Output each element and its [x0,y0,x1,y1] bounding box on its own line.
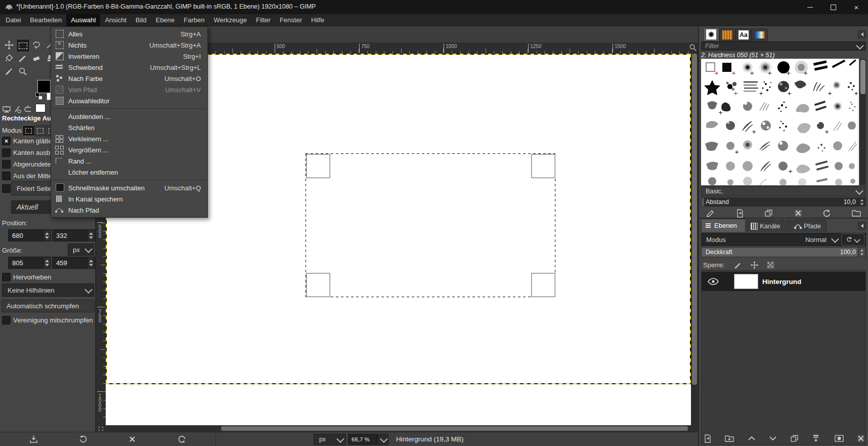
layer-row-hintergrund[interactable]: Hintergrund [702,272,865,291]
antialias-checkbox[interactable]: × [2,137,11,145]
menu-bearbeiten[interactable]: Bearbeiten [25,14,66,26]
tab-brushes[interactable] [703,27,719,42]
menu-hilfe[interactable]: Hilfe [307,14,329,26]
horizontal-scrollbar-thumb[interactable] [221,426,688,431]
layer-name[interactable]: Hintergrund [762,278,801,286]
navigation-button[interactable] [691,425,698,432]
opacity-spinner[interactable] [858,248,865,257]
lock-pixels-icon[interactable] [734,261,742,269]
size-height-field[interactable]: 459 [52,257,95,269]
menu-farben[interactable]: Farben [179,14,209,26]
zoom-combo-button[interactable] [377,434,388,445]
raise-layer-icon[interactable] [748,435,756,441]
merge-down-icon[interactable] [812,434,821,443]
menu-item-rand[interactable]: Rand ... [51,155,207,167]
free-select-tool-button[interactable] [30,39,42,51]
menu-bild[interactable]: Bild [131,14,151,26]
size-width-field[interactable]: 805 [8,257,51,269]
layers-menu-button[interactable] [858,222,866,230]
menu-item-loecher-entfernen[interactable]: Löcher entfernen [51,167,207,178]
position-y-spinner[interactable] [87,230,95,241]
tab-fonts[interactable]: Aa [735,28,752,42]
position-x-field[interactable]: 680 [8,229,51,241]
eye-icon[interactable] [708,278,719,285]
menu-item-ausblenden[interactable]: Ausblenden ... [51,111,207,122]
vertical-scrollbar[interactable] [691,43,698,432]
bucket-fill-tool-button[interactable] [3,52,15,64]
add-mask-icon[interactable] [835,434,844,442]
maximize-button[interactable] [821,0,845,14]
menu-ansicht[interactable]: Ansicht [100,14,131,26]
size-height-spinner[interactable] [87,257,95,268]
brush-group-combo[interactable]: Basic, [701,186,866,196]
duplicate-brush-icon[interactable] [764,209,773,218]
feather-checkbox[interactable] [2,148,11,157]
layer-opacity-slider[interactable]: Deckkraft 100,0 [701,247,866,257]
menu-filter[interactable]: Filter [251,14,275,26]
tab-gradients[interactable] [752,28,768,42]
minimize-button[interactable] [798,0,821,14]
menu-item-alles[interactable]: Alles Strg+A [51,28,207,39]
restore-tool-preset-button[interactable] [77,434,89,445]
menu-item-schnellmaske[interactable]: Schnellmaske umschalten Umschalt+Q [51,182,207,193]
brush-grid-scrollbar-thumb[interactable] [860,60,865,94]
tool-info-icon[interactable] [14,105,22,113]
zoom-tool-button[interactable] [16,65,29,77]
menu-item-nach-pfad[interactable]: Nach Pfad [51,205,207,216]
menu-datei[interactable]: Datei [1,14,25,26]
tab-kanaele[interactable]: Kanäle [747,220,789,232]
tab-ebenen[interactable]: Ebenen [701,219,746,232]
selection-handle-top-right[interactable] [531,154,555,178]
selection-handle-top-left[interactable] [306,154,330,178]
lower-layer-icon[interactable] [769,435,777,441]
edit-brush-icon[interactable] [706,209,715,218]
undo-history-icon[interactable] [24,105,32,113]
brushes-menu-button[interactable] [858,30,866,38]
tab-pfade[interactable]: Pfade [790,220,827,232]
menu-item-vergroessern[interactable]: Vergrößern ... [51,144,207,155]
image-thumbnail-swatch[interactable] [35,104,46,112]
menu-item-vom-pfad[interactable]: Vom Pfad Umschalt+V [51,84,207,95]
mode-group-button[interactable] [841,233,864,246]
reset-tool-options-button[interactable] [176,434,187,445]
close-button[interactable]: × [845,0,868,14]
shrink-merged-checkbox[interactable] [2,316,11,325]
tab-patterns[interactable] [719,28,735,42]
delete-tool-preset-button[interactable] [127,434,138,445]
position-y-field[interactable]: 332 [52,229,95,241]
easel-icon[interactable] [2,105,11,113]
new-layer-icon[interactable] [703,434,712,443]
brush-grid[interactable]: ++++++++++++++++ [701,59,859,185]
rounded-corners-checkbox[interactable] [2,160,11,169]
paintbrush-tool-button[interactable] [16,52,29,64]
menu-item-schaerfen[interactable]: Schärfen [51,122,207,133]
brush-spacing-slider[interactable]: Abstand 10,0 [701,197,866,207]
menu-item-invertieren[interactable]: Invertieren Strg+I [51,51,207,62]
menu-auswahl[interactable]: Auswahl [66,14,100,26]
mode-add-button[interactable] [34,125,46,136]
menu-ebene[interactable]: Ebene [151,14,180,26]
save-tool-preset-button[interactable] [28,434,39,445]
selection-border-top[interactable] [306,153,555,154]
expand-from-center-checkbox[interactable] [2,172,11,180]
unit-combo[interactable]: px [68,244,94,256]
selection-border-bottom[interactable] [306,297,555,297]
auto-shrink-button[interactable]: Automatisch schrumpfen [2,300,95,312]
new-group-icon[interactable] [725,434,734,442]
delete-brush-icon[interactable] [794,209,802,217]
guides-combo[interactable]: Keine Hilfslinien [2,283,94,297]
zoom-entry[interactable]: 66,7 % [348,434,377,445]
menu-werkzeuge[interactable]: Werkzeuge [209,14,252,26]
menu-item-nichts[interactable]: × Nichts Umschalt+Strg+A [51,39,207,51]
duplicate-layer-icon[interactable] [790,434,799,443]
brush-filter-input[interactable]: Filter [701,42,866,51]
position-x-spinner[interactable] [43,230,51,241]
spacing-spinner[interactable] [858,198,865,206]
move-tool-button[interactable] [3,39,15,51]
menu-item-verkleinern[interactable]: Verkleinern ... [51,133,207,144]
menu-item-in-kanal-speichern[interactable]: In Kanal speichern [51,193,207,205]
menu-item-auswahleditor[interactable]: Auswahleditor [51,95,207,106]
mode-replace-button[interactable] [22,125,34,136]
new-brush-icon[interactable] [735,209,744,218]
brush-grid-scrollbar[interactable] [860,59,866,185]
